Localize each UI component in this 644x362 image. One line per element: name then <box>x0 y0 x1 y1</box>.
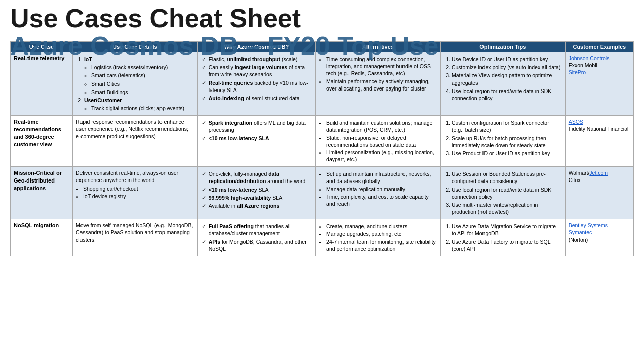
list-item: <10 ms low-latency SLA <box>202 135 312 142</box>
list-item: Real-time queries backed by <10 ms low-l… <box>202 79 312 94</box>
cell-customers-4: Bentley Systems Symantec (Norton) <box>565 219 633 256</box>
customer-link-bentley[interactable]: Bentley Systems <box>569 222 608 228</box>
customer-norton: (Norton) <box>569 237 588 243</box>
header-alternatives: Alternatives <box>316 42 441 52</box>
table-wrapper: Use Case Use Case Details Why Azure Cosm… <box>10 41 634 317</box>
list-item: Track digital actions (clicks; app event… <box>91 105 194 112</box>
cell-alt-3: Set up and maintain infrastructure, netw… <box>316 167 441 219</box>
list-item: Smart Cities <box>91 80 194 87</box>
list-item: Manage data replication manually <box>326 186 437 193</box>
list-item: Use local region for read/write data in … <box>452 186 562 200</box>
cell-use-case-2: Real-time recommendations and 360-degree… <box>11 116 73 167</box>
list-item: Custom configuration for Spark connector… <box>452 119 562 133</box>
cell-opt-2: Custom configuration for Spark connector… <box>440 116 565 167</box>
cell-alt-2: Build and maintain custom solutions; man… <box>316 116 441 167</box>
list-item: IoT device registry <box>83 193 194 200</box>
main-table: Use Case Use Case Details Why Azure Cosm… <box>10 41 634 256</box>
list-item: Spark integration offers ML and big data… <box>202 119 312 133</box>
page-container: Use Cases Cheat Sheet Azure Cosmos DB – … <box>0 0 644 362</box>
cell-opt-3: Use Session or Bounded Staleness pre-con… <box>440 167 565 219</box>
table-header-row: Use Case Use Case Details Why Azure Cosm… <box>11 42 634 52</box>
table-row: Real-time telemetry IoT Logistics (track… <box>11 52 634 116</box>
cell-customers-1: Johnson Controls Exxon Mobil SitePro <box>565 52 633 116</box>
list-item: Shopping cart/checkout <box>83 185 194 192</box>
list-item: User/Customer Track digital actions (cli… <box>84 97 194 112</box>
list-item: 99.999% high-availability SLA <box>202 194 312 201</box>
list-item: Build and maintain custom solutions; man… <box>326 119 437 133</box>
cell-details-3: Deliver consistent real-time, always-on … <box>72 167 197 219</box>
table-row: Mission-Critical or Geo-distributed appl… <box>11 167 634 219</box>
use-case-label-1: Real-time telemetry <box>14 55 65 61</box>
cell-details-1: IoT Logistics (track assets/inventory) S… <box>72 52 197 116</box>
list-item: Smart Buildings <box>91 88 194 96</box>
list-item: 24-7 internal team for monitoring, site … <box>326 238 437 252</box>
cell-alt-1: Time-consuming and complex connection, i… <box>316 52 441 116</box>
list-item: Use multi-master writes/replication in p… <box>452 201 562 215</box>
list-item: Create, manage, and tune clusters <box>326 223 437 230</box>
list-item: Materialize View design pattern to optim… <box>452 72 562 86</box>
header-customers: Customer Examples <box>565 42 633 52</box>
table-row: NoSQL migration Move from self-managed N… <box>11 219 634 256</box>
cell-customers-2: ASOS Fidelity National Financial <box>565 116 633 167</box>
list-item: Full PaaS offering that handles all data… <box>202 223 312 237</box>
list-item: Limited personalization (e.g., missing l… <box>326 149 437 163</box>
customer-citrix: Citrix <box>569 177 581 183</box>
cell-customers-3: Walmart/Jet.com Citrix <box>565 167 633 219</box>
list-item: One-click, fully-managed data replicatio… <box>202 170 312 185</box>
header-optimization: Optimization Tips <box>440 42 565 52</box>
cell-why-1: Elastic, unlimited throughput (scale) Ca… <box>197 52 315 116</box>
list-item: APIs for MongoDB, Cassandra, and other N… <box>202 238 312 252</box>
list-item: Can easily ingest large volumes of data … <box>202 64 312 78</box>
list-item: Use local region for read/write data in … <box>452 87 562 102</box>
table-row: Real-time recommendations and 360-degree… <box>11 116 634 167</box>
list-item: Static, non-responsive, or delayed recom… <box>326 134 437 148</box>
use-case-label-2: Real-time recommendations and 360-degree… <box>14 119 61 147</box>
list-item: Customize index policy (vs auto-index al… <box>452 64 562 71</box>
cell-alt-4: Create, manage, and tune clusters Manage… <box>316 219 441 256</box>
list-item: Use Product ID or User ID as partition k… <box>452 150 562 157</box>
header-why: Why Azure Cosmos DB? <box>197 42 315 52</box>
list-item: Smart cars (telematics) <box>91 72 194 79</box>
use-case-label-3: Mission-Critical or Geo-distributed appl… <box>14 170 62 191</box>
customer-link-johnson[interactable]: Johnson Controls <box>569 55 610 61</box>
list-item: Maintain performance by actively managin… <box>326 78 437 92</box>
list-item: Elastic, unlimited throughput (scale) <box>202 56 312 63</box>
header-details: Use Case Details <box>72 42 197 52</box>
list-item: Scale up RU/s for batch processing then … <box>452 135 562 149</box>
list-item: Use Azure Data Factory to migrate to SQL… <box>452 238 562 252</box>
list-item: Auto-indexing of semi-structured data <box>202 95 312 102</box>
list-item: Time, complexity, and cost to scale capa… <box>326 193 437 207</box>
list-item: IoT Logistics (track assets/inventory) S… <box>84 56 194 96</box>
list-item: Use Azure Data Migration Service to migr… <box>452 223 562 237</box>
cell-why-4: Full PaaS offering that handles all data… <box>197 219 315 256</box>
list-item: <10 ms low-latency SLA <box>202 186 312 193</box>
cell-use-case-3: Mission-Critical or Geo-distributed appl… <box>11 167 73 219</box>
customer-link-jet[interactable]: Jet.com <box>589 170 608 176</box>
list-item: Available in all Azure regions <box>202 202 312 209</box>
list-item: Logistics (track assets/inventory) <box>91 64 194 71</box>
customer-exxon: Exxon Mobil <box>569 62 597 68</box>
cell-details-4: Move from self-managed NoSQL (e.g., Mong… <box>72 219 197 256</box>
cell-use-case-1: Real-time telemetry <box>11 52 73 116</box>
cell-details-2: Rapid response recommendations to enhanc… <box>72 116 197 167</box>
customer-link-symantec[interactable]: Symantec <box>569 229 592 235</box>
list-item: Manage upgrades, patching, etc <box>326 230 437 237</box>
list-item: Set up and maintain infrastructure, netw… <box>326 170 437 185</box>
main-title: Use Cases Cheat Sheet <box>10 4 634 33</box>
customer-fidelity: Fidelity National Financial <box>569 126 629 132</box>
cell-opt-1: Use Device ID or User ID as partition ke… <box>440 52 565 116</box>
cell-why-2: Spark integration offers ML and big data… <box>197 116 315 167</box>
header-use-case: Use Case <box>11 42 73 52</box>
list-item: Use Device ID or User ID as partition ke… <box>452 56 562 63</box>
cell-opt-4: Use Azure Data Migration Service to migr… <box>440 219 565 256</box>
use-case-label-4: NoSQL migration <box>14 222 59 228</box>
cell-use-case-4: NoSQL migration <box>11 219 73 256</box>
list-item: Time-consuming and complex connection, i… <box>326 56 437 77</box>
customer-link-sitepro[interactable]: SitePro <box>569 69 586 75</box>
customer-link-asos[interactable]: ASOS <box>569 119 583 125</box>
list-item: Use Session or Bounded Staleness pre-con… <box>452 170 562 185</box>
cell-why-3: One-click, fully-managed data replicatio… <box>197 167 315 219</box>
customer-walmart: Walmart/ <box>569 170 590 176</box>
